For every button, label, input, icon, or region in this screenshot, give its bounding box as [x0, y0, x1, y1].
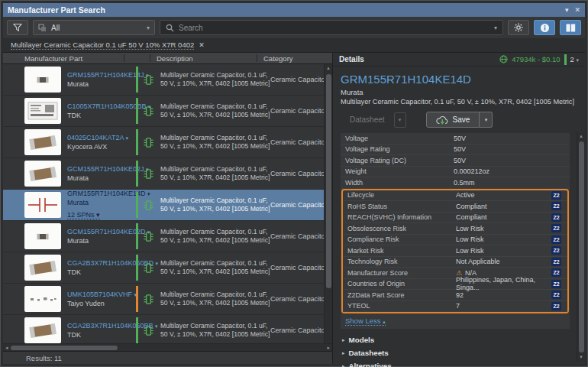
table-header[interactable]: Manufacturer Part Description Category [3, 52, 332, 64]
save-dropdown-icon[interactable]: ▾ [480, 112, 493, 128]
info-toggle-button[interactable] [534, 20, 555, 35]
part-description: Multilayer Ceramic Capacitor, 0.1 uF,50 … [158, 259, 264, 276]
column-category[interactable]: Category [257, 54, 332, 63]
parameter-row[interactable]: Voltage50V [341, 133, 570, 145]
scroll-right-icon[interactable]: ▸ [327, 345, 330, 351]
part-number-link[interactable]: GRM155R71H104KE14D ▾ [67, 190, 133, 197]
panels-toggle-button[interactable] [560, 20, 581, 35]
scrollbar-thumb[interactable] [326, 74, 331, 288]
part-number-link[interactable]: GCM155R71H104KE02J ▾ [67, 165, 133, 173]
z2data-source-icon[interactable]: Z2 [551, 235, 561, 244]
parameter-row[interactable]: Technology RiskNot ApplicableZ2 [343, 257, 567, 268]
section-header-alternatives[interactable]: ▸Alternatives [341, 359, 570, 367]
filter-button[interactable] [7, 20, 28, 35]
supplier-count-dropdown[interactable]: 2 ▾ [570, 55, 579, 63]
z2data-source-icon[interactable]: Z2 [551, 268, 561, 277]
settings-button[interactable] [508, 20, 529, 35]
save-button[interactable]: Save [426, 112, 480, 128]
show-less-link[interactable]: Show Less ▴ [345, 317, 386, 326]
z2data-source-icon[interactable]: Z2 [551, 191, 561, 200]
parameter-row[interactable]: LifecycleActiveZ2 [343, 190, 567, 202]
parameter-row[interactable]: RoHS StatusCompliantZ2 [343, 201, 567, 213]
parameter-row[interactable]: REACH(SVHC) InformationCompliantZ2 [343, 213, 567, 224]
table-row[interactable]: CGA2B3X7R1H104K050BB ▾TDKMultilayer Cera… [3, 315, 332, 343]
parameter-row[interactable]: Width0.5mm [341, 177, 570, 189]
remove-filter-icon[interactable]: ✕ [199, 41, 205, 49]
table-row[interactable]: GCM155R71H104KE02J ▾MurataMultilayer Cer… [3, 158, 332, 190]
scope-dropdown[interactable]: All ▾ [33, 20, 155, 35]
scrollbar-thumb[interactable] [579, 141, 584, 352]
parameter-row[interactable]: Compliance RiskLow RiskZ2 [343, 235, 567, 246]
table-row[interactable]: GRM155R71H104KE14J ▾MurataMultilayer Cer… [3, 64, 332, 96]
parameter-row[interactable]: Weight0.000212oz [341, 167, 570, 178]
manufacturer-name: Murata [67, 80, 133, 88]
section-header-models[interactable]: ▸Models [341, 333, 570, 346]
table-row[interactable]: C1005X7R1H104K050BB ▾TDKMultilayer Ceram… [3, 96, 332, 127]
scroll-left-icon[interactable]: ◂ [5, 345, 8, 351]
z2data-source-icon[interactable]: Z2 [551, 258, 561, 266]
parameter-row[interactable]: Market RiskLow RiskZ2 [343, 245, 567, 257]
part-number-link[interactable]: CGA2B3X7R1H104K050BB ▾ [67, 322, 133, 330]
scroll-up-icon[interactable]: ▴ [580, 132, 583, 141]
parameter-value: Low Risk [456, 247, 551, 255]
parameter-row[interactable]: YTEOL7Z2 [343, 301, 567, 313]
z2data-source-icon[interactable]: Z2 [551, 246, 561, 255]
z2data-source-icon[interactable]: Z2 [551, 302, 561, 310]
scroll-down-icon[interactable]: ▾ [580, 353, 583, 362]
filter-chip[interactable]: Multilayer Ceramic Capacitor 0.1 uF 50 V… [11, 41, 194, 50]
part-number-link[interactable]: 04025C104KAT2A ▾ [67, 134, 133, 141]
part-number-link[interactable]: GRM155R71H104KE14J ▾ [67, 71, 133, 79]
categories-icon [38, 24, 47, 32]
part-number-link[interactable]: CGA2B3X7R1H104K050BD ▾ [67, 259, 133, 267]
parameter-value: 0.5mm [454, 179, 570, 187]
parameter-value: Low Risk [456, 225, 551, 232]
table-horizontal-scrollbar[interactable]: ◂ ▸ [3, 343, 332, 351]
part-image [24, 192, 61, 218]
spns-link[interactable]: 12 SPNs ▾ [67, 211, 100, 219]
details-vertical-scrollbar[interactable]: ▴ ▾ [577, 132, 585, 362]
parameter-row[interactable]: Obsolescence RiskLow RiskZ2 [343, 223, 567, 235]
part-number-link[interactable]: UMK105B7104KVHF ▾ [67, 291, 133, 298]
z2data-source-icon[interactable]: Z2 [551, 280, 561, 288]
split-view-icon [566, 24, 576, 32]
parameter-row[interactable]: Z2Data Part Score92Z2 [343, 290, 567, 301]
part-image [24, 129, 61, 155]
table-row[interactable]: UMK105B7104KVHF ▾Taiyo YudenMultilayer C… [3, 284, 332, 315]
table-vertical-scrollbar[interactable]: ▴ [324, 64, 332, 343]
detail-part-number[interactable]: GRM155R71H104KE14D [341, 73, 574, 86]
parameter-label: Obsolescence Risk [347, 225, 456, 232]
part-number-link[interactable]: GCM155R71H104KE02D ▾ [67, 228, 133, 235]
part-description: Multilayer Ceramic Capacitor, 0.1 uF,50 … [158, 322, 264, 339]
table-row[interactable]: GRM155R71H104KE14D ▾Murata12 SPNs ▾Multi… [3, 190, 332, 221]
datasheet-dropdown-icon[interactable]: ▾ [394, 112, 406, 128]
column-description[interactable]: Description [150, 54, 257, 63]
search-toolbar: All ▾ ▾ [3, 17, 585, 38]
scroll-up-icon[interactable]: ▴ [327, 64, 330, 73]
table-row[interactable]: CGA2B3X7R1H104K050BD ▾TDKMultilayer Cera… [3, 252, 332, 284]
table-row[interactable]: GCM155R71H104KE02D ▾MurataMultilayer Cer… [3, 221, 332, 252]
column-manufacturer-part[interactable]: Manufacturer Part [3, 54, 124, 63]
parameter-row[interactable]: Voltage Rating50V [341, 145, 570, 156]
z2data-source-icon[interactable]: Z2 [551, 224, 561, 232]
search-input[interactable] [179, 24, 489, 32]
datasheet-button[interactable]: Datasheet [341, 112, 394, 128]
z2data-source-icon[interactable]: Z2 [551, 291, 561, 299]
details-title: Details [339, 55, 496, 63]
part-number-link[interactable]: C1005X7R1H104K050BB ▾ [67, 102, 133, 110]
close-icon[interactable]: ✕ [574, 6, 580, 14]
component-model-icon [138, 105, 158, 118]
search-history-icon[interactable]: ▾ [494, 24, 497, 31]
parameter-row[interactable]: Voltage Rating (DC)50V [341, 155, 570, 167]
z2data-source-icon[interactable]: Z2 [551, 213, 561, 222]
table-row[interactable]: 04025C104KAT2A ▾Kyocera AVXMultilayer Ce… [3, 127, 332, 158]
panel-titlebar[interactable]: Manufacturer Part Search ▾ ✕ [3, 3, 585, 17]
parameter-label: Width [345, 179, 454, 187]
manufacturer-name: Murata [67, 199, 133, 206]
search-box[interactable]: ▾ [160, 20, 503, 35]
z2data-source-icon[interactable]: Z2 [551, 202, 561, 210]
section-header-datasheets[interactable]: ▸Datasheets [341, 346, 570, 359]
parameter-row[interactable]: Countries of OriginPhilippines, Japan, C… [343, 279, 567, 291]
parameter-label: Market Risk [347, 247, 456, 255]
scrollbar-thumb[interactable] [11, 346, 118, 350]
panel-menu-icon[interactable]: ▾ [565, 6, 569, 14]
